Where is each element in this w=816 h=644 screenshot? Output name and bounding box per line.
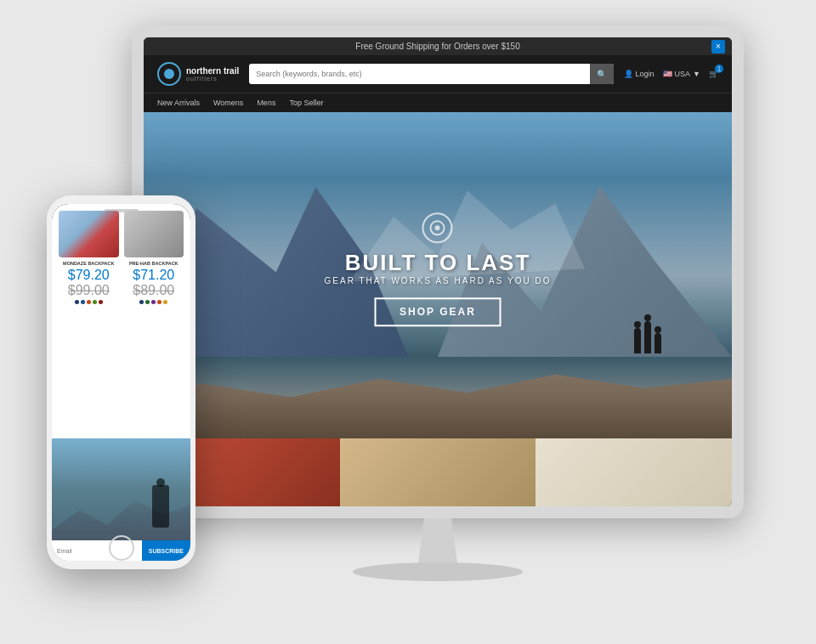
announcement-close-button[interactable]: ×: [711, 40, 725, 54]
phone: MONDAZE BACKPACK $79.20 $99.00: [47, 195, 196, 569]
color-dot[interactable]: [87, 300, 91, 304]
hero-title: BUILT TO LAST: [325, 250, 552, 276]
product-2-price-old: $89.00: [133, 283, 174, 297]
cart-badge: 1: [715, 65, 723, 73]
color-dot[interactable]: [75, 300, 79, 304]
logo-icon: [157, 62, 181, 86]
product-2-price: $71.20 $89.00: [124, 268, 184, 298]
color-dot[interactable]: [145, 300, 150, 304]
hero-logo-inner: [430, 220, 445, 235]
login-link[interactable]: 👤 Login: [624, 70, 654, 78]
products-row: MONDAZE BACKPACK $79.20 $99.00: [52, 204, 190, 311]
site-header: northern trail outfitters 🔍 👤 Login: [144, 55, 732, 93]
search-bar: 🔍: [249, 64, 613, 84]
logo-name: northern trail: [186, 66, 239, 76]
phone-subscribe-button[interactable]: SUBSCRIBE: [142, 540, 190, 561]
product-1-price: $79.20 $99.00: [59, 268, 119, 298]
scene: Free Ground Shipping for Orders over $15…: [0, 0, 816, 644]
panel-3: [536, 438, 732, 506]
bottom-panels: [144, 438, 732, 506]
hero-logo-circle: [422, 212, 453, 243]
logo-sub: outfitters: [186, 76, 239, 82]
product-1-name: MONDAZE BACKPACK: [59, 261, 119, 266]
phone-frame: MONDAZE BACKPACK $79.20 $99.00: [47, 195, 196, 569]
backpack-1-image: [59, 211, 119, 257]
monitor: Free Ground Shipping for Orders over $15…: [132, 25, 744, 586]
chevron-down-icon: ▼: [693, 70, 700, 78]
header-actions: 👤 Login 🇺🇸 USA ▼ 🛒 1: [624, 70, 718, 78]
color-dot[interactable]: [151, 300, 156, 304]
phone-home-button[interactable]: [109, 535, 134, 561]
site-nav: New Arrivals Womens Mens Top Seller: [144, 93, 732, 112]
phone-products: MONDAZE BACKPACK $79.20 $99.00: [52, 204, 190, 438]
shop-gear-button[interactable]: SHOP GEAR: [374, 297, 502, 326]
phone-hero-figure: [152, 485, 169, 528]
product-2-name: PRE-HAB BACKPACK: [124, 261, 184, 266]
monitor-stand-neck: [404, 518, 472, 569]
color-dot[interactable]: [93, 300, 97, 304]
panel-2: [340, 438, 536, 506]
hero-text: BUILT TO LAST GEAR THAT WORKS AS HARD AS…: [325, 212, 552, 326]
backpack-2-image: [124, 211, 184, 257]
figure-3: [654, 333, 661, 353]
color-dot[interactable]: [157, 300, 162, 304]
search-input[interactable]: [249, 70, 589, 78]
product-1-colors: [59, 300, 119, 304]
phone-mountain-bg: [52, 489, 190, 540]
monitor-screen: Free Ground Shipping for Orders over $15…: [144, 37, 732, 506]
search-button[interactable]: 🔍: [590, 64, 614, 84]
nav-top-seller[interactable]: Top Seller: [289, 93, 323, 112]
hero-section: BUILT TO LAST GEAR THAT WORKS AS HARD AS…: [144, 112, 732, 438]
color-dot[interactable]: [139, 300, 144, 304]
announcement-text: Free Ground Shipping for Orders over $15…: [355, 42, 519, 51]
flag-icon: 🇺🇸: [663, 70, 672, 78]
figure-1: [634, 328, 641, 353]
announcement-bar: Free Ground Shipping for Orders over $15…: [144, 37, 732, 55]
phone-hero: [52, 438, 190, 540]
product-1-price-new: $79.20: [68, 268, 110, 282]
color-dot[interactable]: [163, 300, 167, 304]
nav-mens[interactable]: Mens: [257, 93, 275, 112]
user-icon: 👤: [624, 70, 633, 78]
monitor-stand-base: [353, 562, 523, 581]
color-dot[interactable]: [81, 300, 85, 304]
monitor-frame: Free Ground Shipping for Orders over $15…: [132, 25, 744, 518]
logo-area: northern trail outfitters: [157, 62, 239, 86]
phone-screen: MONDAZE BACKPACK $79.20 $99.00: [52, 204, 190, 561]
product-card-1: MONDAZE BACKPACK $79.20 $99.00: [59, 211, 119, 304]
logo-text: northern trail outfitters: [186, 66, 239, 82]
nav-new-arrivals[interactable]: New Arrivals: [157, 93, 200, 112]
hero-subtitle: GEAR THAT WORKS AS HARD AS YOU DO: [325, 276, 552, 285]
product-1-price-old: $99.00: [68, 283, 110, 297]
browser-content: Free Ground Shipping for Orders over $15…: [144, 37, 732, 506]
product-card-2: PRE-HAB BACKPACK $71.20 $89.00: [124, 211, 184, 304]
hero-figures: [634, 321, 661, 353]
region-selector[interactable]: 🇺🇸 USA ▼: [663, 70, 700, 78]
color-dot[interactable]: [99, 300, 103, 304]
nav-womens[interactable]: Womens: [213, 93, 243, 112]
product-2-colors: [124, 300, 184, 304]
figure-2: [644, 321, 651, 353]
product-2-price-new: $71.20: [133, 268, 174, 282]
cart-icon[interactable]: 🛒 1: [709, 70, 718, 78]
